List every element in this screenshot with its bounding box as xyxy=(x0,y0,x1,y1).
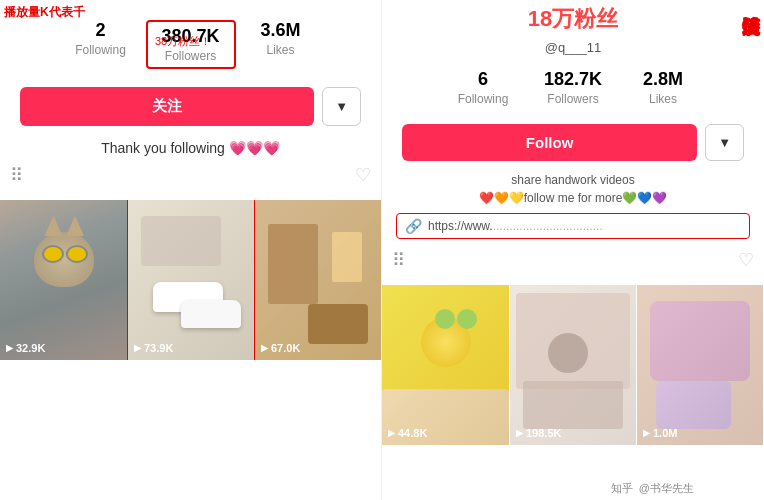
stat-followers-right: 182.7K Followers xyxy=(528,69,618,106)
link-url-masked: ................................. xyxy=(493,219,741,233)
video-count-r1: ▶ 44.8K xyxy=(388,427,427,439)
right-profile-panel: 跨境店铺链接 18万粉丝 @q___11 6 Following 182.7K … xyxy=(382,0,764,500)
link-icon: 🔗 xyxy=(405,218,422,234)
stats-row-right: 6 Following 182.7K Followers 2.8M Likes xyxy=(382,61,764,114)
video-count-3: ▶ 67.0K xyxy=(261,342,300,354)
action-row-left: 关注 ▼ xyxy=(0,77,381,136)
top-banner-right: 18万粉丝 xyxy=(382,0,764,38)
video-thumb-1[interactable]: ▶ 32.9K xyxy=(0,200,127,360)
video-grid-right: ▶ 44.8K ▶ 198.5K ▶ 1.0M xyxy=(382,285,764,445)
drag-handle-right: ⠿ xyxy=(392,249,405,271)
watermark-zhihu: 知乎 xyxy=(611,481,633,496)
link-url: https://www. xyxy=(428,219,493,233)
dropdown-button-left[interactable]: ▼ xyxy=(322,87,361,126)
grid-header-left: ⠿ ♡ xyxy=(0,160,381,190)
video-thumb-2[interactable]: ▶ 73.9K xyxy=(127,200,254,360)
watermark: 知乎 @书华先生 xyxy=(611,481,694,496)
share-bio-1: share handwork videos xyxy=(382,171,764,189)
video-count-r3: ▶ 1.0M xyxy=(643,427,677,439)
heart-icon-left: ♡ xyxy=(355,164,371,186)
video-thumb-r1[interactable]: ▶ 44.8K xyxy=(382,285,509,445)
drag-handle-left: ⠿ xyxy=(10,164,23,186)
stat-following-left: 2 Following xyxy=(56,20,146,57)
link-row[interactable]: 🔗 https://www. .........................… xyxy=(396,213,750,239)
video-thumb-3[interactable]: ▶ 67.0K xyxy=(254,200,381,360)
video-thumb-r3[interactable]: ▶ 1.0M xyxy=(636,285,763,445)
share-bio-2: ❤️🧡💛follow me for more💚💙💜 xyxy=(382,189,764,207)
follow-button-right[interactable]: Follow xyxy=(402,124,697,161)
stat-following-right: 6 Following xyxy=(438,69,528,106)
grid-header-right: ⠿ ♡ xyxy=(382,245,764,275)
annotation-followers: 38万粉丝！ xyxy=(155,34,211,49)
stat-likes-left: 3.6M Likes xyxy=(236,20,326,57)
heart-icon-right: ♡ xyxy=(738,249,754,271)
video-grid-left: ▶ 32.9K ▶ 73.9K ▶ xyxy=(0,200,381,360)
bio-text-left: Thank you following 💗💗💗 xyxy=(0,136,381,160)
video-thumb-r2[interactable]: ▶ 198.5K xyxy=(509,285,636,445)
action-row-right: Follow ▼ xyxy=(382,114,764,171)
dropdown-button-right[interactable]: ▼ xyxy=(705,124,744,161)
video-count-r2: ▶ 198.5K xyxy=(516,427,561,439)
username-right: @q___11 xyxy=(382,38,764,61)
video-count-2: ▶ 73.9K xyxy=(134,342,173,354)
left-profile-panel: 播放量K代表千 38万粉丝！ 2 Following 380.7K Follow… xyxy=(0,0,382,500)
annotation-playcount: 播放量K代表千 xyxy=(4,4,85,21)
watermark-author: @书华先生 xyxy=(639,481,694,496)
stat-likes-right: 2.8M Likes xyxy=(618,69,708,106)
follow-button-left[interactable]: 关注 xyxy=(20,87,314,126)
video-count-1: ▶ 32.9K xyxy=(6,342,45,354)
